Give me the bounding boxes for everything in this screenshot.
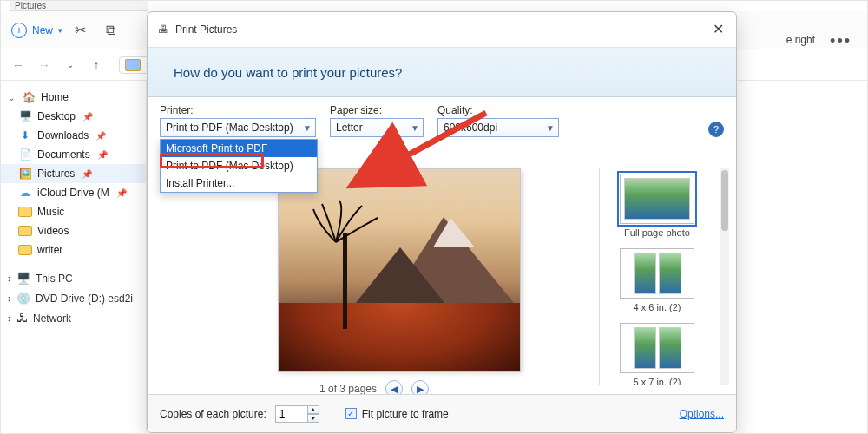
tree-label: Music	[37, 206, 64, 218]
sidebar-item-pictures[interactable]: 🖼️Pictures📌	[1, 164, 146, 183]
annotation-highlight-box	[160, 153, 264, 168]
music-icon	[18, 207, 32, 217]
dialog-heading-band: How do you want to print your pictures?	[148, 47, 736, 97]
copy-icon[interactable]: ⧉	[106, 23, 125, 38]
layout-option-4x6[interactable]: 4 x 6 in. (2)	[608, 248, 706, 312]
options-link[interactable]: Options...	[680, 408, 724, 420]
sidebar-group-dvd[interactable]: ›💿DVD Drive (D:) esd2i	[1, 288, 146, 308]
layout-label: Full page photo	[608, 227, 706, 238]
forward-button[interactable]: →	[36, 58, 53, 72]
sidebar-item-downloads[interactable]: ⬇Downloads📌	[1, 126, 146, 145]
network-icon: 🖧	[16, 312, 28, 325]
sidebar-item-documents[interactable]: 📄Documents📌	[1, 145, 146, 164]
pin-icon: 📌	[82, 112, 93, 122]
tree-label: iCloud Drive (M	[37, 187, 109, 199]
more-button[interactable]: •••	[830, 32, 852, 50]
tree-label: Pictures	[37, 168, 75, 180]
layout-label: 5 x 7 in. (2)	[608, 377, 706, 385]
sidebar-item-videos[interactable]: Videos	[1, 221, 146, 240]
print-preview-image	[278, 168, 521, 372]
annotation-arrow	[391, 108, 495, 180]
fit-to-frame-label: Fit picture to frame	[362, 408, 449, 420]
pin-icon: 📌	[116, 188, 127, 198]
icloud-icon: ☁	[18, 187, 32, 199]
picture-folder-icon	[125, 59, 141, 71]
tree-label: writer	[37, 244, 62, 256]
copies-up-button[interactable]: ▲	[307, 405, 319, 414]
desktop-icon: 🖥️	[18, 110, 32, 122]
chevron-down-icon: ▾	[58, 26, 62, 35]
printer-option-install[interactable]: Install Printer...	[161, 174, 317, 192]
sidebar-item-desktop[interactable]: 🖥️Desktop📌	[1, 107, 146, 126]
up-button[interactable]: ↑	[88, 58, 105, 72]
layout-option-5x7[interactable]: 5 x 7 in. (2)	[608, 323, 706, 385]
explorer-tab[interactable]: Pictures	[10, 1, 148, 11]
layout-list: Full page photo 4 x 6 in. (2) 5 x 7 in. …	[599, 168, 729, 385]
pin-icon: 📌	[95, 131, 106, 141]
new-button-label: New	[32, 24, 53, 36]
layout-thumb-icon	[659, 327, 681, 369]
videos-icon	[18, 226, 32, 236]
new-button[interactable]: + New ▾	[11, 23, 62, 38]
layout-thumb-icon	[624, 178, 690, 220]
tree-home[interactable]: ⌄ 🏠 Home	[1, 88, 146, 107]
dialog-footer: Copies of each picture: ▲▼ ✓ Fit picture…	[148, 394, 736, 432]
copies-label: Copies of each picture:	[160, 408, 266, 420]
dialog-title: Print Pictures	[175, 23, 237, 36]
copies-spinner: ▲▼	[275, 405, 319, 423]
layout-scrollbar[interactable]	[720, 168, 729, 385]
copies-down-button[interactable]: ▼	[307, 414, 319, 423]
pictures-icon: 🖼️	[18, 168, 32, 180]
sidebar-item-music[interactable]: Music	[1, 202, 146, 221]
chevron-right-icon: ›	[8, 273, 11, 285]
fit-to-frame-checkbox[interactable]: ✓ Fit picture to frame	[345, 408, 449, 420]
chevron-down-icon: ▼	[546, 123, 555, 133]
dialog-heading: How do you want to print your pictures?	[174, 65, 402, 80]
downloads-icon: ⬇	[18, 129, 32, 141]
layout-thumb-icon	[634, 253, 656, 294]
plus-icon: +	[11, 23, 27, 38]
back-button[interactable]: ←	[10, 58, 27, 72]
chevron-right-icon: ›	[8, 293, 11, 305]
printer-label: Printer:	[160, 104, 316, 116]
tree-label: This PC	[36, 273, 73, 285]
chevron-down-icon[interactable]: ⌄	[62, 60, 79, 69]
scrollbar-thumb[interactable]	[721, 170, 728, 231]
svg-line-0	[399, 113, 486, 160]
help-icon[interactable]: ?	[708, 122, 724, 137]
layout-option-full-page[interactable]: Full page photo	[608, 174, 706, 238]
pin-icon: 📌	[97, 150, 108, 160]
print-pictures-dialog: 🖶 Print Pictures ✕ How do you want to pr…	[147, 11, 737, 433]
chevron-right-icon: ›	[8, 312, 11, 325]
documents-icon: 📄	[18, 148, 32, 161]
tree-label: Home	[41, 91, 69, 103]
cut-icon[interactable]: ✂	[75, 22, 94, 38]
tree-label: Documents	[37, 148, 90, 161]
tree-label: Downloads	[37, 129, 89, 141]
tree-label: Desktop	[37, 110, 76, 122]
sidebar-item-writer[interactable]: writer	[1, 240, 146, 260]
sidebar-item-icloud[interactable]: ☁iCloud Drive (M📌	[1, 183, 146, 202]
chevron-down-icon: ⌄	[8, 93, 16, 102]
paper-size-value: Letter	[336, 122, 363, 134]
copies-input[interactable]	[275, 405, 308, 423]
printer-select[interactable]: Print to PDF (Mac Desktop) ▼	[160, 118, 316, 137]
explorer-sidebar: ⌄ 🏠 Home 🖥️Desktop📌 ⬇Downloads📌 📄Documen…	[1, 81, 147, 433]
close-button[interactable]: ✕	[713, 21, 724, 37]
page-text: 1 of 3 pages	[319, 383, 377, 395]
layout-thumb-icon	[634, 327, 656, 369]
printer-icon: 🖶	[158, 23, 168, 36]
printer-select-value: Print to PDF (Mac Desktop)	[166, 122, 293, 134]
truncated-text: e right	[786, 34, 815, 46]
disc-icon: 💿	[16, 292, 30, 305]
dialog-titlebar: 🖶 Print Pictures ✕	[148, 12, 736, 47]
tree-label: Network	[33, 312, 71, 325]
tree-label: DVD Drive (D:) esd2i	[36, 293, 133, 305]
folder-icon	[18, 245, 32, 255]
sidebar-group-network[interactable]: ›🖧Network	[1, 308, 146, 328]
layout-label: 4 x 6 in. (2)	[608, 302, 706, 312]
checkbox-checked-icon: ✓	[345, 408, 357, 419]
sidebar-group-thispc[interactable]: ›🖥️This PC	[1, 268, 146, 288]
tree-label: Videos	[37, 225, 69, 237]
pin-icon: 📌	[82, 169, 92, 179]
